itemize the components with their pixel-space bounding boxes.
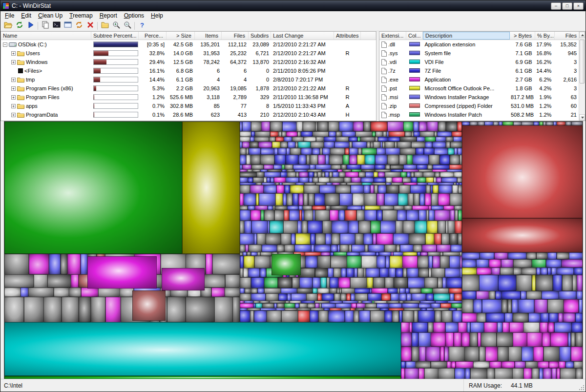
treemap-block[interactable]	[419, 210, 426, 221]
treemap-block[interactable]	[443, 206, 454, 210]
treemap-block[interactable]	[254, 310, 267, 322]
treemap-block[interactable]	[325, 233, 332, 245]
treemap-block[interactable]	[385, 142, 395, 148]
treemap-block[interactable]	[500, 268, 513, 275]
treemap-block[interactable]	[504, 313, 513, 322]
treemap-block[interactable]	[397, 142, 411, 148]
treemap-block[interactable]	[470, 122, 478, 125]
treemap-block[interactable]	[240, 233, 254, 245]
treemap-block[interactable]	[533, 122, 539, 125]
treemap-block[interactable]	[396, 268, 403, 277]
treemap-block[interactable]	[438, 368, 455, 379]
treemap-block[interactable]	[521, 291, 526, 299]
extension-row[interactable]: .mspWindows Installer Patch508.2 MB1.2%2…	[379, 110, 579, 119]
treemap-block[interactable]	[473, 361, 489, 368]
treemap-block[interactable]	[433, 288, 449, 293]
toolbar-button-console[interactable]	[51, 21, 62, 31]
treemap-block[interactable]	[250, 137, 254, 142]
directory-row[interactable]: +apps0.7%302.8 MB857781/5/2010 11:33:43 …	[1, 102, 376, 110]
tree-expander[interactable]: +	[11, 104, 16, 108]
treemap-block[interactable]	[254, 137, 269, 142]
column-header-size[interactable]: > Size	[167, 32, 195, 40]
treemap-block[interactable]	[429, 210, 435, 221]
treemap-block[interactable]	[330, 277, 338, 288]
treemap-block[interactable]	[432, 142, 446, 148]
treemap-block[interactable]	[256, 172, 264, 177]
treemap-block[interactable]	[307, 303, 315, 308]
treemap-block[interactable]	[329, 131, 336, 137]
treemap-block[interactable]	[240, 137, 250, 142]
treemap-block[interactable]	[434, 233, 441, 245]
treemap-block[interactable]	[298, 193, 303, 206]
menu-item-edit[interactable]: Edit	[18, 12, 35, 20]
treemap-block[interactable]	[4, 297, 24, 322]
treemap-block[interactable]	[434, 148, 448, 155]
treemap-block[interactable]	[417, 252, 420, 256]
treemap-block[interactable]	[297, 221, 302, 233]
treemap-block[interactable]	[477, 313, 486, 322]
treemap-block[interactable]	[261, 148, 274, 155]
treemap-block[interactable]	[378, 172, 385, 177]
treemap-block[interactable]	[304, 210, 313, 221]
treemap-block[interactable]	[324, 142, 335, 148]
directory-row[interactable]: +tmp14.4%6.1 GB4402/8/2010 7:20:17 PM	[1, 75, 376, 84]
treemap-block[interactable]	[316, 137, 324, 142]
treemap-block[interactable]	[264, 288, 281, 293]
treemap-block[interactable]	[329, 155, 343, 165]
treemap-block[interactable]	[536, 275, 553, 291]
treemap-block[interactable]	[248, 268, 260, 277]
treemap-block[interactable]	[441, 233, 449, 245]
treemap-block[interactable]	[470, 332, 478, 347]
treemap-block[interactable]	[495, 291, 502, 299]
treemap-block[interactable]	[282, 131, 286, 137]
treemap-block[interactable]	[451, 303, 462, 308]
treemap-block[interactable]	[438, 193, 450, 206]
minimize-button[interactable]: –	[551, 2, 561, 10]
treemap-block[interactable]	[454, 172, 462, 177]
treemap-block[interactable]	[79, 297, 91, 322]
treemap-block[interactable]	[440, 303, 451, 308]
treemap-block[interactable]	[280, 172, 287, 177]
extension-scrollbar[interactable]	[579, 32, 585, 121]
treemap-block[interactable]	[264, 210, 274, 221]
treemap-block[interactable]	[377, 233, 393, 245]
treemap-block[interactable]	[445, 322, 458, 332]
treemap-block[interactable]	[543, 368, 551, 379]
treemap-block[interactable]	[389, 131, 405, 137]
treemap-block[interactable]	[349, 137, 357, 142]
toolbar-button-copy[interactable]	[40, 21, 51, 31]
treemap-block[interactable]	[502, 122, 513, 125]
treemap-block[interactable]	[434, 293, 450, 301]
treemap-block[interactable]	[359, 252, 376, 256]
treemap-block[interactable]	[406, 210, 419, 221]
treemap-block[interactable]	[240, 172, 256, 177]
treemap-block[interactable]	[277, 245, 284, 252]
column-header-files[interactable]: Files	[555, 32, 580, 40]
treemap-block[interactable]	[361, 177, 374, 183]
treemap-block[interactable]	[251, 155, 260, 165]
treemap-block[interactable]	[484, 322, 497, 332]
treemap-block[interactable]	[314, 193, 325, 206]
treemap-block[interactable]	[317, 122, 328, 131]
treemap-block[interactable]	[377, 303, 389, 308]
treemap-block[interactable]	[461, 332, 470, 347]
treemap-block[interactable]	[390, 165, 403, 169]
treemap-block[interactable]	[81, 254, 87, 274]
treemap-block[interactable]	[325, 155, 329, 165]
treemap-block[interactable]	[375, 165, 385, 169]
column-header-extensi[interactable]: Extensi...	[379, 32, 406, 40]
treemap-block[interactable]	[240, 155, 246, 165]
treemap-block[interactable]	[308, 172, 314, 177]
treemap-block[interactable]	[436, 137, 446, 142]
treemap-block[interactable]	[429, 155, 440, 165]
treemap-block[interactable]	[467, 322, 470, 332]
treemap-block[interactable]	[396, 245, 400, 252]
treemap-block[interactable]	[509, 322, 523, 332]
treemap-block[interactable]	[258, 142, 272, 148]
treemap-block[interactable]	[91, 297, 105, 322]
treemap-block[interactable]	[353, 193, 364, 206]
treemap-block[interactable]	[326, 206, 331, 210]
treemap-block[interactable]	[399, 310, 402, 322]
treemap-block[interactable]	[431, 361, 447, 368]
treemap-block[interactable]	[251, 293, 266, 301]
